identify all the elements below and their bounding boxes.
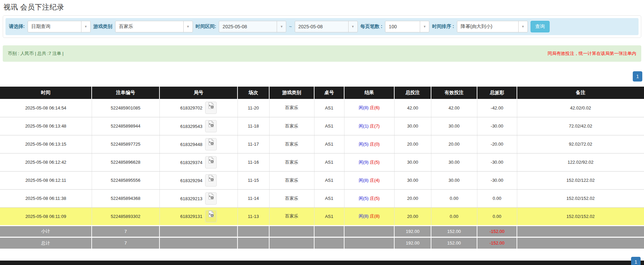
cell-bet-id: 522485894368 (92, 189, 159, 207)
query-button[interactable]: 查询 (531, 21, 550, 32)
cell-round-id: 618329702 (159, 99, 237, 117)
cell-total-bet[interactable]: 20.00 (394, 135, 431, 153)
cell-table-number: AS1 (314, 153, 344, 171)
cell-round-id: 618329131 (159, 207, 237, 225)
cell-bet-id: 522485901085 (92, 99, 159, 117)
result-player: 闲(8) (359, 105, 369, 110)
cell-remark: 122.02/92.02 (517, 153, 644, 171)
summary-valid-bet: 152.00 (431, 237, 477, 249)
summary-empty (517, 237, 644, 249)
time-sort-select[interactable]: 降幂(由大到小) ▼ (457, 21, 528, 32)
summary-valid-bet: 152.00 (431, 225, 477, 237)
query-type-select[interactable]: 日期查询 ▼ (28, 21, 91, 32)
cell-time: 2025-05-08 06:11:09 (0, 207, 92, 225)
page-1-button[interactable]: 1 (633, 71, 642, 82)
chevron-down-icon: ▼ (518, 21, 527, 32)
column-header: 总派彩 (477, 87, 517, 99)
cell-payout: -42.00 (477, 99, 517, 117)
cell-remark: 152.02/122.02 (517, 171, 644, 189)
date-from-select[interactable]: 2025-05-08 ▼ (219, 21, 286, 32)
column-header: 总投注 (394, 87, 431, 99)
summary-label: 总计 (0, 237, 92, 249)
column-header: 桌号 (314, 87, 344, 99)
summary-row: 小计7192.00152.00-152.00 (0, 225, 644, 237)
cell-table-number: AS1 (314, 207, 344, 225)
video-replay-button[interactable] (205, 120, 217, 132)
summary-empty (237, 225, 269, 237)
cell-remark: 92.02/72.02 (517, 135, 644, 153)
footer-bar (0, 261, 644, 265)
date-to-select[interactable]: 2025-05-08 ▼ (295, 21, 358, 32)
cell-total-bet[interactable]: 20.00 (394, 189, 431, 207)
round-number: 618329131 (180, 214, 202, 219)
cell-time: 2025-05-08 06:14:54 (0, 99, 92, 117)
cell-total-bet[interactable]: 20.00 (394, 207, 431, 225)
cell-time: 2025-05-08 06:11:38 (0, 189, 92, 207)
round-number: 618329294 (180, 178, 202, 183)
cell-time: 2025-05-08 06:12:42 (0, 153, 92, 171)
round-number: 618329543 (180, 123, 202, 129)
table-row: 2025-05-08 06:11:09522485893302618329131… (0, 207, 644, 225)
time-range-label: 时间区间: (196, 24, 216, 30)
summary-row: 总计7192.00152.00-152.00 (0, 237, 644, 249)
result-banker: 庄(4) (370, 178, 380, 183)
cell-time: 2025-05-08 06:12:11 (0, 171, 92, 189)
cell-table-number: AS1 (314, 189, 344, 207)
page-1-button[interactable]: 1 (631, 257, 641, 265)
game-category-select[interactable]: 百家乐 ▼ (115, 21, 193, 32)
result-player: 闲(8) (359, 214, 369, 219)
round-number: 618329448 (180, 142, 202, 147)
cell-valid-bet: 0.00 (431, 207, 477, 225)
summary-empty (269, 225, 314, 237)
pagination-top: 1 (0, 71, 644, 82)
query-type-label: 请选择: (9, 24, 25, 30)
summary-payout: -152.00 (477, 225, 517, 237)
bet-records-table: 时间注单编号局号场次游戏类别桌号结果总投注有效投注总派彩备注 2025-05-0… (0, 87, 644, 249)
result-banker: 庄(5) (370, 196, 380, 201)
round-number: 618329213 (180, 196, 202, 201)
cell-total-bet[interactable]: 42.00 (394, 99, 431, 117)
result-player: 闲(8) (359, 178, 369, 183)
cell-valid-bet: 42.00 (431, 99, 477, 117)
video-replay-button[interactable] (205, 156, 217, 168)
column-header: 有效投注 (431, 87, 477, 99)
chevron-down-icon: ▼ (81, 21, 90, 32)
time-sort-value: 降幂(由大到小) (457, 24, 518, 30)
table-row: 2025-05-08 06:11:38522485894368618329213… (0, 189, 644, 207)
cell-total-bet[interactable]: 30.00 (394, 171, 431, 189)
cell-session: 11-15 (237, 171, 269, 189)
cell-bet-id: 522485893302 (92, 207, 159, 225)
game-category-label: 游戏类别 (93, 24, 112, 30)
notice-text: 同局有效投注，统一计算在该局第一张注单内 (548, 50, 636, 57)
table-header-row: 时间注单编号局号场次游戏类别桌号结果总投注有效投注总派彩备注 (0, 87, 644, 99)
video-replay-button[interactable] (205, 210, 217, 222)
video-replay-button[interactable] (205, 192, 217, 205)
date-from-value: 2025-05-08 (219, 24, 277, 29)
column-header: 备注 (517, 87, 644, 99)
column-header: 时间 (0, 87, 92, 99)
cell-bet-id: 522485897725 (92, 135, 159, 153)
per-page-value: 100 (385, 24, 420, 29)
game-category-value: 百家乐 (116, 24, 183, 30)
result-player: 闲(9) (359, 160, 369, 165)
cell-valid-bet: 20.00 (431, 135, 477, 153)
cell-valid-bet: 0.00 (431, 189, 477, 207)
cell-valid-bet: 30.00 (431, 153, 477, 171)
result-banker: 庄(6) (370, 105, 380, 110)
cell-round-id: 618329543 (159, 117, 237, 135)
summary-total-bet: 192.00 (394, 225, 431, 237)
cell-round-id: 618329448 (159, 135, 237, 153)
cell-game-category: 百家乐 (269, 135, 314, 153)
per-page-select[interactable]: 100 ▼ (385, 21, 429, 32)
cell-total-bet[interactable]: 30.00 (394, 117, 431, 135)
video-replay-button[interactable] (205, 102, 217, 114)
cell-session: 11-13 (237, 207, 269, 225)
video-replay-button[interactable] (205, 138, 217, 150)
page: 视讯 会员下注纪录 请选择: 日期查询 ▼ 游戏类别 百家乐 ▼ 时间区间: 2… (0, 0, 644, 265)
cell-time: 2025-05-08 06:13:48 (0, 117, 92, 135)
result-banker: 庄(0) (370, 142, 380, 147)
cell-result: 闲(9) 庄(5) (344, 153, 394, 171)
video-replay-button[interactable] (205, 174, 217, 187)
cell-total-bet[interactable]: 30.00 (394, 153, 431, 171)
cell-remark: 152.02/152.02 (517, 207, 644, 225)
